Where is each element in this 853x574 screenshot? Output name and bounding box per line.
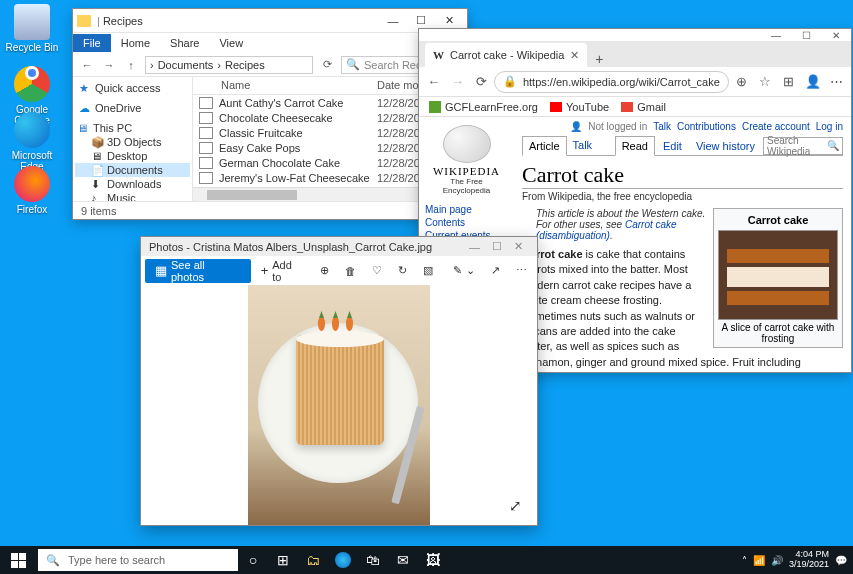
delete-button[interactable]: 🗑 (339, 259, 362, 283)
address-bar[interactable]: 🔒 https://en.wikipedia.org/wiki/Carrot_c… (494, 71, 729, 93)
grid-icon: ▦ (155, 263, 167, 278)
favorite-button[interactable]: ♡ (366, 259, 388, 283)
read-aloud-button[interactable]: ⊕ (731, 70, 753, 94)
minimize-button[interactable]: — (761, 29, 791, 41)
infobox-image[interactable] (718, 230, 838, 320)
file-explorer-window: | Recipes — ☐ ✕ File Home Share View ← →… (72, 8, 468, 220)
close-button[interactable]: ✕ (821, 29, 851, 41)
desktop-icon-recycle-bin[interactable]: Recycle Bin (4, 4, 60, 53)
tab-article[interactable]: Article (522, 136, 567, 156)
tab-read[interactable]: Read (615, 136, 655, 156)
taskbar-clock[interactable]: 4:04 PM 3/19/2021 (789, 550, 829, 570)
ribbon-tab-file[interactable]: File (73, 34, 111, 52)
nav-onedrive[interactable]: ☁OneDrive (75, 101, 190, 115)
taskbar-search[interactable]: 🔍Type here to search (38, 549, 238, 571)
menu-button[interactable]: ⋯ (825, 70, 847, 94)
forward-button[interactable]: → (447, 70, 469, 94)
crop-button[interactable]: ▧ (417, 259, 439, 283)
document-icon (199, 157, 213, 169)
wikipedia-logo[interactable]: WIKIPEDIA The Free Encyclopedia (432, 125, 502, 195)
wikipedia-icon: W (433, 49, 444, 61)
edge-titlebar[interactable]: — ☐ ✕ (419, 29, 851, 41)
photos-titlebar[interactable]: Photos - Cristina Matos Albers_Unsplash_… (141, 237, 537, 256)
breadcrumb-seg[interactable]: Documents (158, 59, 214, 71)
link-talk[interactable]: Talk (653, 121, 671, 132)
bookmarks-bar: GCFLearnFree.org YouTube Gmail (419, 97, 851, 117)
taskbar-edge[interactable] (328, 546, 358, 574)
desktop-icon-firefox[interactable]: Firefox (4, 166, 60, 215)
forward-button[interactable]: → (101, 57, 117, 73)
edit-button[interactable]: ✎ ⌄ (447, 259, 481, 283)
breadcrumb-seg[interactable]: Recipes (225, 59, 265, 71)
maximize-button[interactable]: ☐ (486, 240, 508, 253)
bookmark-gcf[interactable]: GCFLearnFree.org (429, 101, 538, 113)
file-name: German Chocolate Cake (219, 157, 377, 169)
profile-button[interactable]: 👤 (802, 70, 824, 94)
photo-viewport[interactable]: ⤢ (141, 285, 537, 525)
nav-documents[interactable]: 📄Documents (75, 163, 190, 177)
task-view-button[interactable]: ⊞ (268, 546, 298, 574)
minimize-button[interactable]: — (463, 241, 486, 253)
tab-talk[interactable]: Talk (567, 136, 599, 155)
tab-close-button[interactable]: ✕ (570, 49, 579, 62)
new-tab-button[interactable]: + (587, 51, 611, 67)
explorer-titlebar[interactable]: | Recipes — ☐ ✕ (73, 9, 467, 33)
nav-3d-objects[interactable]: 📦3D Objects (75, 135, 190, 149)
add-to-button[interactable]: +Add to (255, 259, 310, 283)
nav-this-pc[interactable]: 🖥This PC (75, 121, 190, 135)
more-button[interactable]: ⋯ (510, 259, 533, 283)
minimize-button[interactable]: — (379, 11, 407, 31)
nav-downloads[interactable]: ⬇Downloads (75, 177, 190, 191)
taskbar-mail[interactable]: ✉ (388, 546, 418, 574)
cortana-button[interactable]: ○ (238, 546, 268, 574)
nav-music[interactable]: ♪Music (75, 191, 190, 201)
bookmark-gmail[interactable]: Gmail (621, 101, 666, 113)
not-logged-in: Not logged in (588, 121, 647, 132)
notifications-button[interactable]: 💬 (835, 555, 847, 566)
link-create-account[interactable]: Create account (742, 121, 810, 132)
taskbar-store[interactable]: 🛍 (358, 546, 388, 574)
nav-desktop[interactable]: 🖥Desktop (75, 149, 190, 163)
up-button[interactable]: ↑ (123, 57, 139, 73)
close-button[interactable]: ✕ (508, 240, 529, 253)
infobox-caption: A slice of carrot cake with frosting (717, 322, 839, 344)
taskbar-photos[interactable]: 🖼 (418, 546, 448, 574)
tray-chevron-icon[interactable]: ˄ (742, 555, 747, 566)
breadcrumb[interactable]: › Documents › Recipes (145, 56, 313, 74)
rotate-button[interactable]: ↻ (392, 259, 413, 283)
tab-history[interactable]: View history (690, 137, 761, 155)
refresh-button[interactable]: ⟳ (319, 57, 335, 73)
expand-icon[interactable]: ⤢ (509, 497, 527, 515)
maximize-button[interactable]: ☐ (791, 29, 821, 41)
back-button[interactable]: ← (79, 57, 95, 73)
wiki-nav-main[interactable]: Main page (423, 203, 510, 216)
volume-icon[interactable]: 🔊 (771, 555, 783, 566)
network-icon[interactable]: 📶 (753, 555, 765, 566)
browser-tab[interactable]: W Carrot cake - Wikipedia ✕ (425, 43, 587, 67)
back-button[interactable]: ← (423, 70, 445, 94)
wiki-search[interactable]: Search Wikipedia🔍 (763, 137, 843, 155)
desktop-icon: 🖥 (91, 150, 103, 162)
col-name[interactable]: Name (193, 77, 373, 94)
refresh-button[interactable]: ⟳ (470, 70, 492, 94)
ribbon-tab-view[interactable]: View (209, 34, 253, 52)
wiki-nav-contents[interactable]: Contents (423, 216, 510, 229)
documents-icon: 📄 (91, 164, 103, 176)
favorites-button[interactable]: ☆ (754, 70, 776, 94)
brand-sub: The Free Encyclopedia (432, 177, 502, 195)
nav-quick-access[interactable]: ★Quick access (75, 81, 190, 95)
ribbon-tab-share[interactable]: Share (160, 34, 209, 52)
link-login[interactable]: Log in (816, 121, 843, 132)
ribbon-tab-home[interactable]: Home (111, 34, 160, 52)
bookmark-youtube[interactable]: YouTube (550, 101, 609, 113)
link-contributions[interactable]: Contributions (677, 121, 736, 132)
zoom-button[interactable]: ⊕ (314, 259, 335, 283)
see-all-photos-button[interactable]: ▦See all photos (145, 259, 251, 283)
search-placeholder: Type here to search (68, 554, 165, 566)
start-button[interactable] (0, 546, 36, 574)
desktop-icon-edge[interactable]: Microsoft Edge (4, 112, 60, 172)
taskbar-explorer[interactable]: 🗂 (298, 546, 328, 574)
tab-edit[interactable]: Edit (657, 137, 688, 155)
share-button[interactable]: ↗ (485, 259, 506, 283)
collections-button[interactable]: ⊞ (778, 70, 800, 94)
